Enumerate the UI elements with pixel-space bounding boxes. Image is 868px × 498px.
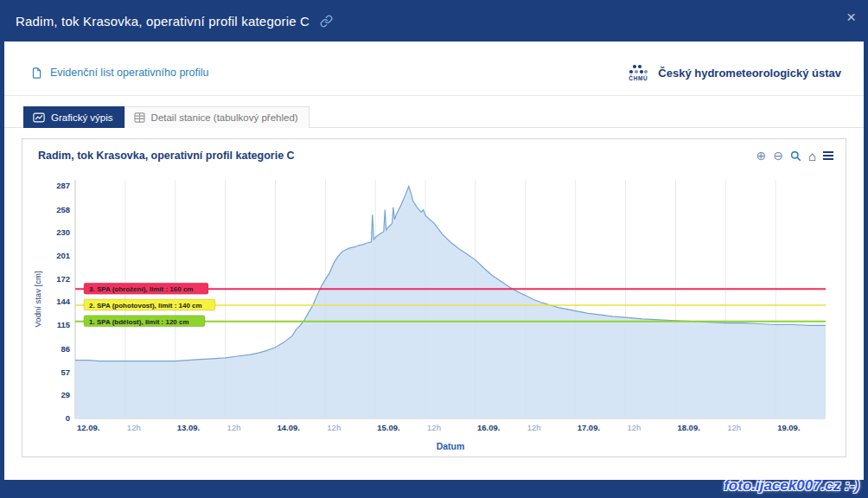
- tab-bar: Grafický výpis Detail stanice (tabulkový…: [4, 106, 864, 128]
- svg-text:258: 258: [56, 204, 70, 214]
- header-row: Evidenční list operativního profilu ČHMÚ…: [4, 42, 864, 96]
- svg-text:0: 0: [66, 413, 70, 423]
- svg-text:29: 29: [61, 389, 70, 399]
- svg-text:144: 144: [56, 297, 71, 306]
- modal-body: Evidenční list operativního profilu ČHMÚ…: [4, 42, 864, 480]
- svg-text:12h: 12h: [227, 423, 241, 432]
- modal-window: Radim, tok Krasovka, operativní profil k…: [0, 0, 868, 42]
- svg-text:Vodní stav [cm]: Vodní stav [cm]: [33, 271, 42, 327]
- svg-text:230: 230: [56, 227, 70, 236]
- line-chart-icon: [33, 112, 45, 123]
- chart-toolbar: ⊕ ⊖ ⌂: [756, 150, 833, 163]
- chmu-logo-text: ČHMÚ: [629, 76, 648, 82]
- svg-text:3. SPA (ohrožení), limit : 160: 3. SPA (ohrožení), limit : 160 cm: [89, 285, 193, 293]
- svg-text:12h: 12h: [527, 423, 541, 432]
- svg-text:57: 57: [61, 367, 70, 376]
- window-titlebar: Radim, tok Krasovka, operativní profil k…: [0, 0, 868, 42]
- tab-detail-stanice[interactable]: Detail stanice (tabulkový přehled): [124, 106, 310, 128]
- tab-label: Grafický výpis: [51, 112, 113, 123]
- pdf-link[interactable]: Evidenční list operativního profilu: [30, 67, 208, 80]
- svg-text:287: 287: [56, 181, 70, 190]
- svg-text:1. SPA (bdělost), limit : 120: 1. SPA (bdělost), limit : 120 cm: [89, 317, 189, 325]
- watermark: foto.ijacek007.cz :-): [724, 477, 859, 495]
- svg-text:19.09.: 19.09.: [777, 423, 800, 432]
- chart-panel: Radim, tok Krasovka, operativní profil k…: [22, 138, 846, 457]
- tab-label: Detail stanice (tabulkový přehled): [151, 112, 298, 123]
- svg-text:Datum: Datum: [437, 441, 465, 451]
- svg-text:172: 172: [56, 274, 70, 284]
- svg-text:14.09.: 14.09.: [277, 423, 299, 432]
- svg-text:2. SPA (pohotovost), limit : 1: 2. SPA (pohotovost), limit : 140 cm: [89, 302, 202, 310]
- pdf-icon: [30, 67, 43, 80]
- chmu-logo-dots: [627, 64, 649, 74]
- chart-title: Radim, tok Krasovka, operativní profil k…: [38, 150, 295, 162]
- menu-icon[interactable]: [823, 151, 833, 160]
- water-level-chart[interactable]: 3. SPA (ohrožení), limit : 160 cm2. SPA …: [31, 169, 837, 455]
- close-icon[interactable]: ×: [846, 9, 856, 25]
- svg-text:12.09.: 12.09.: [77, 423, 99, 432]
- svg-text:115: 115: [57, 320, 71, 329]
- permalink-icon[interactable]: [320, 15, 333, 28]
- chmu-logo: ČHMÚ: [627, 64, 649, 82]
- zoom-in-icon[interactable]: ⊕: [756, 150, 766, 162]
- svg-text:12h: 12h: [127, 423, 141, 432]
- chart-header: Radim, tok Krasovka, operativní profil k…: [31, 148, 839, 169]
- svg-text:12h: 12h: [628, 423, 641, 432]
- svg-text:16.09.: 16.09.: [477, 423, 500, 432]
- org-name: Český hydrometeorologický ústav: [658, 67, 841, 80]
- window-title: Radim, tok Krasovka, operativní profil k…: [16, 14, 310, 29]
- svg-text:12h: 12h: [727, 423, 741, 432]
- svg-text:201: 201: [56, 250, 71, 259]
- svg-text:12h: 12h: [427, 423, 441, 432]
- svg-text:12h: 12h: [327, 423, 341, 432]
- svg-text:17.09.: 17.09.: [578, 423, 600, 432]
- org-block: ČHMÚ Český hydrometeorologický ústav: [627, 64, 841, 82]
- table-icon: [134, 112, 145, 123]
- svg-text:15.09.: 15.09.: [377, 423, 399, 432]
- svg-text:18.09.: 18.09.: [677, 423, 699, 432]
- svg-text:86: 86: [61, 343, 70, 353]
- pdf-link-label: Evidenční list operativního profilu: [50, 67, 208, 79]
- zoom-select-icon[interactable]: [790, 150, 801, 162]
- home-icon[interactable]: ⌂: [808, 150, 816, 163]
- svg-text:13.09.: 13.09.: [177, 423, 200, 432]
- zoom-out-icon[interactable]: ⊖: [773, 150, 783, 162]
- tab-graficky-vypis[interactable]: Grafický výpis: [23, 106, 124, 128]
